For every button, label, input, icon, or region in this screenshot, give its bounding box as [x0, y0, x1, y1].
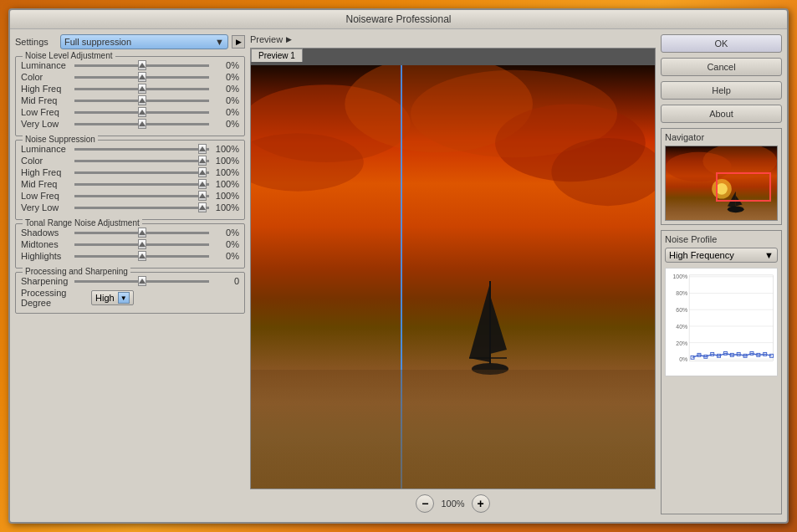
thumb-indicator	[199, 158, 206, 163]
middle-panel: Preview ▶ Preview 1	[250, 34, 656, 514]
color-level-thumb[interactable]	[138, 72, 146, 82]
noise-suppression-title: Noise Suppression	[23, 135, 98, 144]
midtones-thumb[interactable]	[138, 239, 146, 249]
thumb-indicator	[139, 86, 146, 91]
lowfreq-level-track[interactable]	[74, 111, 209, 114]
title-bar: Noiseware Professional	[10, 10, 787, 29]
verylow-level-track[interactable]	[74, 123, 209, 125]
svg-marker-6	[469, 283, 490, 362]
thumb-indicator	[139, 98, 146, 103]
cancel-button[interactable]: Cancel	[661, 58, 782, 76]
color-supp-thumb[interactable]	[198, 156, 207, 166]
lowfreq-supp-track[interactable]	[74, 195, 209, 197]
settings-dropdown[interactable]: Full suppression ▼	[60, 34, 228, 49]
luminance-level-value: 0%	[212, 60, 239, 70]
color-level-track[interactable]	[74, 76, 209, 79]
slider-row-midfreq-level: Mid Freq 0%	[21, 95, 239, 105]
content-area: Settings Full suppression ▼ ▶ Noise Leve…	[10, 29, 787, 519]
color-supp-track[interactable]	[74, 160, 209, 162]
luminance-level-track[interactable]	[74, 64, 209, 67]
shadows-track[interactable]	[74, 232, 209, 234]
midtones-value: 0%	[212, 239, 239, 249]
verylow-level-thumb[interactable]	[138, 119, 146, 129]
settings-next-arrow[interactable]: ▶	[232, 35, 245, 49]
verylow-supp-track[interactable]	[74, 207, 209, 209]
sharpening-thumb[interactable]	[138, 276, 146, 286]
about-button[interactable]: About	[661, 105, 782, 123]
lowfreq-supp-thumb[interactable]	[198, 191, 207, 201]
slider-row-verylow-supp: Very Low 100%	[21, 202, 239, 212]
luminance-supp-thumb[interactable]	[198, 144, 207, 154]
slider-row-midfreq-supp: Mid Freq 100%	[21, 179, 239, 189]
thumb-indicator	[139, 74, 146, 79]
highlights-label: Highlights	[21, 251, 71, 261]
slider-row-highfreq-level: High Freq 0%	[21, 84, 239, 94]
midfreq-supp-label: Mid Freq	[21, 179, 71, 189]
zoom-out-button[interactable]: −	[416, 494, 434, 513]
chart-label-0: 0%	[679, 356, 687, 362]
main-window: Noiseware Professional Settings Full sup…	[8, 8, 789, 524]
zoom-minus-icon: −	[421, 497, 428, 510]
processing-title: Processing and Sharpening	[23, 267, 130, 276]
preview-label: Preview	[250, 34, 283, 44]
processing-degree-arrow[interactable]: ▼	[118, 292, 130, 304]
lowfreq-supp-label: Low Freq	[21, 191, 71, 201]
midfreq-level-track[interactable]	[74, 100, 209, 102]
highlights-track[interactable]	[74, 255, 209, 258]
midtones-track[interactable]	[74, 243, 209, 246]
noise-profile-arrow-icon: ▼	[764, 250, 774, 260]
noise-level-group: Noise Level Adjustment Luminance 0% Colo…	[15, 56, 245, 136]
chart-label-40: 40%	[676, 324, 687, 330]
navigator-title: Navigator	[665, 132, 778, 142]
noise-suppression-group: Noise Suppression Luminance 100% Color	[15, 140, 245, 220]
preview-controls: − 100% +	[250, 493, 656, 514]
highfreq-supp-label: High Freq	[21, 167, 71, 177]
highfreq-level-thumb[interactable]	[138, 84, 146, 94]
luminance-supp-label: Luminance	[21, 144, 71, 154]
verylow-supp-label: Very Low	[21, 202, 71, 212]
thumb-indicator	[139, 63, 146, 68]
verylow-supp-thumb[interactable]	[198, 202, 207, 212]
ok-button[interactable]: OK	[661, 34, 782, 53]
thumb-indicator	[139, 242, 146, 247]
slider-row-color-supp: Color 100%	[21, 156, 239, 166]
zoom-in-button[interactable]: +	[472, 494, 490, 513]
luminance-level-thumb[interactable]	[138, 60, 146, 70]
highfreq-supp-thumb[interactable]	[198, 167, 207, 177]
luminance-supp-value: 100%	[212, 144, 239, 154]
highfreq-level-track[interactable]	[74, 88, 209, 90]
noise-level-title: Noise Level Adjustment	[23, 51, 115, 60]
highlights-thumb[interactable]	[138, 251, 146, 261]
preview-box: Preview 1	[250, 48, 656, 489]
lowfreq-level-thumb[interactable]	[138, 107, 146, 117]
shadows-thumb[interactable]	[138, 228, 146, 238]
highfreq-level-value: 0%	[212, 84, 239, 94]
slider-row-shadows: Shadows 0%	[21, 228, 239, 238]
midfreq-supp-thumb[interactable]	[198, 179, 207, 189]
left-panel: Settings Full suppression ▼ ▶ Noise Leve…	[15, 34, 245, 514]
shadows-value: 0%	[212, 228, 239, 238]
highfreq-level-label: High Freq	[21, 84, 71, 94]
processing-degree-row: Processing Degree High ▼	[21, 288, 239, 308]
noise-chart: 100% 80% 60% 40% 20% 0%	[665, 268, 778, 376]
navigator-viewport-overlay	[716, 172, 772, 202]
highfreq-supp-track[interactable]	[74, 171, 209, 174]
verylow-level-label: Very Low	[21, 119, 71, 129]
midfreq-supp-track[interactable]	[74, 183, 209, 186]
processing-degree-dropdown[interactable]: High ▼	[91, 290, 134, 305]
thumb-indicator	[139, 230, 146, 235]
slider-row-luminance-supp: Luminance 100%	[21, 144, 239, 154]
noise-profile-dropdown[interactable]: High Frequency ▼	[665, 248, 778, 263]
luminance-supp-track[interactable]	[74, 148, 209, 151]
preview-header: Preview ▶	[250, 34, 656, 44]
preview-tab[interactable]: Preview 1	[251, 49, 303, 62]
color-supp-label: Color	[21, 156, 71, 166]
noise-suppression-rows: Luminance 100% Color	[21, 144, 239, 212]
lowfreq-level-value: 0%	[212, 107, 239, 117]
sharpening-track[interactable]	[74, 280, 209, 283]
color-level-value: 0%	[212, 72, 239, 82]
tonal-range-title: Tonal Range Noise Adjustment	[23, 218, 142, 228]
midfreq-level-thumb[interactable]	[138, 95, 146, 105]
thumb-indicator	[199, 170, 206, 175]
help-button[interactable]: Help	[661, 81, 782, 100]
